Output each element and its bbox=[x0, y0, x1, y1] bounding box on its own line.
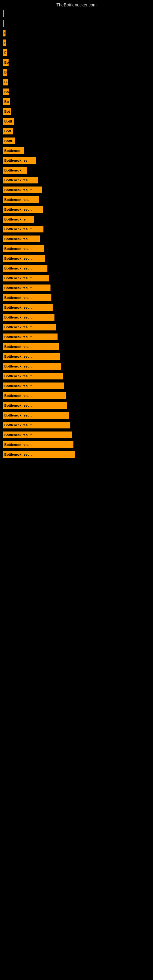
bar-36: Bottleneck result bbox=[3, 363, 61, 370]
bar-row: Bottleneck resu bbox=[3, 176, 150, 185]
bar-row: Bo bbox=[3, 58, 150, 67]
bar-37: Bottleneck result bbox=[3, 373, 63, 379]
bar-row: Bottleneck result bbox=[3, 382, 150, 390]
bar-row: Bottleneck result bbox=[3, 293, 150, 302]
bar-19: Bottleneck resu bbox=[3, 196, 39, 203]
bar-5: Bo bbox=[3, 59, 9, 66]
bar-row: Bottleneck result bbox=[3, 391, 150, 400]
bar-15: Bottleneck res bbox=[3, 157, 36, 164]
bar-14: Bottlenec bbox=[3, 147, 24, 154]
bar-row: B bbox=[3, 38, 150, 47]
bar-34: Bottleneck result bbox=[3, 343, 59, 350]
bar-row: Bo bbox=[3, 97, 150, 106]
bar-8: Bo bbox=[3, 89, 9, 95]
bar-6: B bbox=[3, 69, 7, 76]
bar-28: Bottleneck result bbox=[3, 285, 51, 291]
bar-24: Bottleneck result bbox=[3, 245, 45, 252]
bar-row: Bo bbox=[3, 88, 150, 96]
bar-row: Bottleneck bbox=[3, 166, 150, 175]
bar-row: Bottleneck result bbox=[3, 283, 150, 292]
bar-38: Bottleneck result bbox=[3, 382, 64, 389]
bar-row: Bottleneck re bbox=[3, 215, 150, 224]
bar-row: Bottleneck result bbox=[3, 303, 150, 312]
bar-row: Bottleneck result bbox=[3, 244, 150, 253]
bar-row: Bottleneck result bbox=[3, 342, 150, 351]
bar-11: Bottl bbox=[3, 118, 14, 125]
bar-row: B bbox=[3, 78, 150, 86]
bar-row: E bbox=[3, 48, 150, 57]
bar-21: Bottleneck re bbox=[3, 216, 34, 223]
bar-12: Bott bbox=[3, 128, 13, 134]
bar-40: Bottleneck result bbox=[3, 402, 67, 409]
bar-row: Bottleneck result bbox=[3, 411, 150, 420]
bar-row: | bbox=[3, 9, 150, 18]
bar-43: Bottleneck result bbox=[3, 431, 72, 438]
bar-29: Bottleneck result bbox=[3, 294, 51, 301]
bar-2: E bbox=[3, 30, 5, 37]
bar-32: Bottleneck result bbox=[3, 324, 56, 331]
bar-row: Bottleneck result bbox=[3, 332, 150, 341]
site-title: TheBottlenecker.com bbox=[0, 0, 153, 9]
bar-30: Bottleneck result bbox=[3, 304, 53, 311]
bar-0: | bbox=[3, 10, 4, 17]
bar-25: Bottleneck result bbox=[3, 255, 45, 262]
bar-row: Bottleneck result bbox=[3, 186, 150, 194]
bar-row: Bottleneck resu bbox=[3, 196, 150, 204]
bar-row: B bbox=[3, 68, 150, 76]
bar-33: Bottleneck result bbox=[3, 334, 57, 340]
bar-row: Bottleneck result bbox=[3, 323, 150, 331]
bar-3: B bbox=[3, 40, 6, 46]
bar-row: Bottleneck result bbox=[3, 274, 150, 282]
bar-4: E bbox=[3, 49, 7, 56]
bar-1 bbox=[3, 20, 4, 27]
bar-row: Bottleneck resu bbox=[3, 235, 150, 243]
bar-41: Bottleneck result bbox=[3, 412, 69, 418]
bar-22: Bottleneck result bbox=[3, 226, 43, 232]
bar-row: Bottlenec bbox=[3, 146, 150, 155]
bar-row: Bottleneck result bbox=[3, 254, 150, 263]
bar-row: Bottleneck result bbox=[3, 352, 150, 361]
bar-row: Bottleneck result bbox=[3, 362, 150, 371]
bar-39: Bottleneck result bbox=[3, 392, 66, 399]
bar-row: Bottleneck result bbox=[3, 441, 150, 449]
bar-row: Bottleneck result bbox=[3, 421, 150, 430]
bar-7: B bbox=[3, 79, 8, 86]
bar-row: Bott bbox=[3, 127, 150, 135]
bar-20: Bottleneck result bbox=[3, 206, 43, 213]
bar-row bbox=[3, 19, 150, 27]
bar-26: Bottleneck result bbox=[3, 265, 48, 272]
bar-16: Bottleneck bbox=[3, 167, 27, 173]
bar-row: Bottleneck result bbox=[3, 313, 150, 321]
bar-35: Bottleneck result bbox=[3, 353, 60, 360]
bar-row: Bottl bbox=[3, 117, 150, 126]
bar-row: Bottleneck result bbox=[3, 372, 150, 380]
bar-17: Bottleneck resu bbox=[3, 177, 38, 183]
bars-container: |EBEBoBBBoBoBotBottlBottBottlBottlenecBo… bbox=[0, 9, 153, 460]
bar-27: Bottleneck result bbox=[3, 275, 49, 282]
bar-row: E bbox=[3, 29, 150, 37]
bar-row: Bottleneck result bbox=[3, 205, 150, 214]
bar-row: Bot bbox=[3, 107, 150, 116]
bar-row: Bottleneck result bbox=[3, 264, 150, 272]
bar-18: Bottleneck result bbox=[3, 186, 42, 193]
bar-13: Bottl bbox=[3, 137, 15, 144]
bar-row: Bottleneck result bbox=[3, 401, 150, 410]
bar-10: Bot bbox=[3, 108, 11, 115]
bar-23: Bottleneck resu bbox=[3, 235, 40, 242]
bar-row: Bottl bbox=[3, 137, 150, 145]
bar-45: Bottleneck result bbox=[3, 451, 75, 458]
bar-row: Bottleneck result bbox=[3, 450, 150, 459]
bar-31: Bottleneck result bbox=[3, 314, 54, 321]
bar-9: Bo bbox=[3, 98, 10, 105]
bar-42: Bottleneck result bbox=[3, 422, 70, 428]
bar-44: Bottleneck result bbox=[3, 441, 73, 448]
bar-row: Bottleneck result bbox=[3, 431, 150, 439]
bar-row: Bottleneck result bbox=[3, 225, 150, 233]
bar-row: Bottleneck res bbox=[3, 156, 150, 165]
